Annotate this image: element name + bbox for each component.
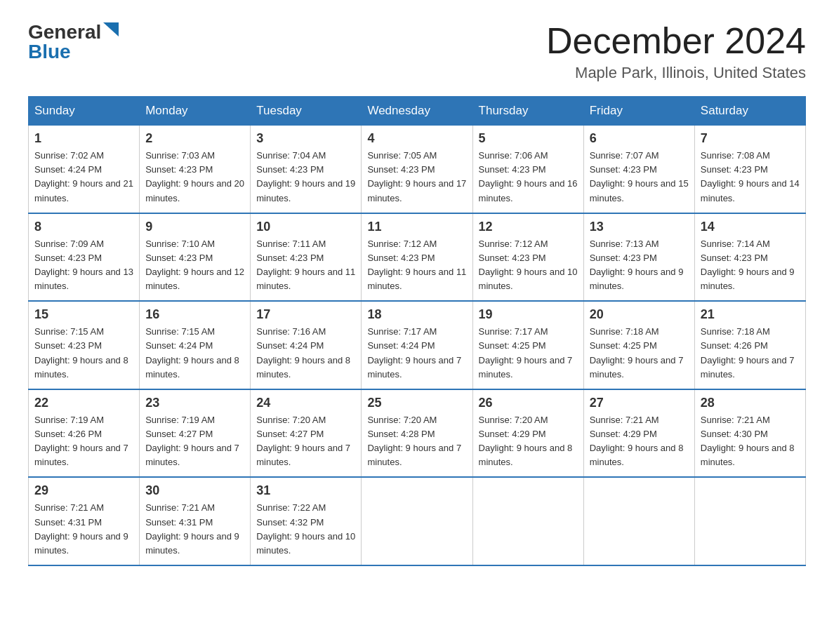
day-number: 4	[367, 131, 466, 146]
calendar-cell	[362, 477, 472, 565]
calendar-cell: 30 Sunrise: 7:21 AM Sunset: 4:31 PM Dayl…	[140, 477, 251, 565]
day-info: Sunrise: 7:14 AM Sunset: 4:23 PM Dayligh…	[701, 237, 800, 294]
calendar-cell: 2 Sunrise: 7:03 AM Sunset: 4:23 PM Dayli…	[140, 126, 251, 213]
day-number: 31	[256, 483, 355, 498]
day-info: Sunrise: 7:08 AM Sunset: 4:23 PM Dayligh…	[701, 149, 800, 206]
calendar-cell: 8 Sunrise: 7:09 AM Sunset: 4:23 PM Dayli…	[29, 213, 140, 302]
logo-triangle-icon	[103, 22, 119, 38]
calendar-cell: 15 Sunrise: 7:15 AM Sunset: 4:23 PM Dayl…	[29, 301, 140, 389]
day-info: Sunrise: 7:18 AM Sunset: 4:26 PM Dayligh…	[701, 325, 800, 382]
day-info: Sunrise: 7:20 AM Sunset: 4:29 PM Dayligh…	[479, 413, 578, 470]
day-info: Sunrise: 7:22 AM Sunset: 4:32 PM Dayligh…	[256, 501, 355, 558]
calendar-cell: 1 Sunrise: 7:02 AM Sunset: 4:24 PM Dayli…	[29, 126, 140, 213]
day-info: Sunrise: 7:19 AM Sunset: 4:27 PM Dayligh…	[145, 413, 244, 470]
title-block: December 2024 Maple Park, Illinois, Unit…	[546, 21, 806, 82]
day-info: Sunrise: 7:07 AM Sunset: 4:23 PM Dayligh…	[590, 149, 689, 206]
day-number: 16	[145, 307, 244, 322]
month-title: December 2024	[546, 21, 806, 61]
calendar-cell: 27 Sunrise: 7:21 AM Sunset: 4:29 PM Dayl…	[583, 389, 694, 478]
day-info: Sunrise: 7:17 AM Sunset: 4:24 PM Dayligh…	[367, 325, 466, 382]
day-info: Sunrise: 7:21 AM Sunset: 4:31 PM Dayligh…	[34, 501, 133, 558]
day-number: 17	[256, 307, 355, 322]
day-number: 26	[479, 396, 578, 410]
calendar-cell: 17 Sunrise: 7:16 AM Sunset: 4:24 PM Dayl…	[251, 301, 362, 389]
calendar-cell: 18 Sunrise: 7:17 AM Sunset: 4:24 PM Dayl…	[362, 301, 472, 389]
day-info: Sunrise: 7:04 AM Sunset: 4:23 PM Dayligh…	[256, 149, 355, 206]
day-number: 2	[145, 131, 244, 146]
logo-blue-text: Blue	[28, 41, 71, 63]
day-number: 15	[34, 307, 133, 322]
day-info: Sunrise: 7:09 AM Sunset: 4:23 PM Dayligh…	[34, 237, 133, 294]
calendar-cell: 24 Sunrise: 7:20 AM Sunset: 4:27 PM Dayl…	[251, 389, 362, 478]
calendar-week-5: 29 Sunrise: 7:21 AM Sunset: 4:31 PM Dayl…	[29, 477, 806, 565]
calendar-cell: 10 Sunrise: 7:11 AM Sunset: 4:23 PM Dayl…	[251, 213, 362, 302]
calendar-cell: 20 Sunrise: 7:18 AM Sunset: 4:25 PM Dayl…	[583, 301, 694, 389]
day-number: 29	[34, 483, 133, 498]
calendar-cell: 7 Sunrise: 7:08 AM Sunset: 4:23 PM Dayli…	[694, 126, 805, 213]
day-number: 5	[479, 131, 578, 146]
day-info: Sunrise: 7:15 AM Sunset: 4:24 PM Dayligh…	[145, 325, 244, 382]
calendar-week-2: 8 Sunrise: 7:09 AM Sunset: 4:23 PM Dayli…	[29, 213, 806, 302]
calendar-week-3: 15 Sunrise: 7:15 AM Sunset: 4:23 PM Dayl…	[29, 301, 806, 389]
calendar-cell: 3 Sunrise: 7:04 AM Sunset: 4:23 PM Dayli…	[251, 126, 362, 213]
day-info: Sunrise: 7:19 AM Sunset: 4:26 PM Dayligh…	[34, 413, 133, 470]
day-info: Sunrise: 7:02 AM Sunset: 4:24 PM Dayligh…	[34, 149, 133, 206]
day-number: 18	[367, 307, 466, 322]
day-info: Sunrise: 7:12 AM Sunset: 4:23 PM Dayligh…	[367, 237, 466, 294]
calendar-cell: 23 Sunrise: 7:19 AM Sunset: 4:27 PM Dayl…	[140, 389, 251, 478]
day-number: 14	[701, 220, 800, 234]
calendar-cell: 29 Sunrise: 7:21 AM Sunset: 4:31 PM Dayl…	[29, 477, 140, 565]
day-number: 23	[145, 396, 244, 410]
day-info: Sunrise: 7:15 AM Sunset: 4:23 PM Dayligh…	[34, 325, 133, 382]
svg-marker-0	[103, 22, 119, 36]
calendar-cell: 4 Sunrise: 7:05 AM Sunset: 4:23 PM Dayli…	[362, 126, 472, 213]
calendar-cell: 11 Sunrise: 7:12 AM Sunset: 4:23 PM Dayl…	[362, 213, 472, 302]
day-info: Sunrise: 7:18 AM Sunset: 4:25 PM Dayligh…	[590, 325, 689, 382]
day-number: 12	[479, 220, 578, 234]
calendar-cell: 12 Sunrise: 7:12 AM Sunset: 4:23 PM Dayl…	[472, 213, 583, 302]
calendar-cell	[472, 477, 583, 565]
calendar-cell: 26 Sunrise: 7:20 AM Sunset: 4:29 PM Dayl…	[472, 389, 583, 478]
calendar-cell: 9 Sunrise: 7:10 AM Sunset: 4:23 PM Dayli…	[140, 213, 251, 302]
day-info: Sunrise: 7:10 AM Sunset: 4:23 PM Dayligh…	[145, 237, 244, 294]
day-number: 27	[590, 396, 689, 410]
col-header-tuesday: Tuesday	[251, 97, 362, 126]
day-number: 13	[590, 220, 689, 234]
day-number: 3	[256, 131, 355, 146]
calendar-cell: 21 Sunrise: 7:18 AM Sunset: 4:26 PM Dayl…	[694, 301, 805, 389]
day-number: 11	[367, 220, 466, 234]
calendar-cell	[583, 477, 694, 565]
day-number: 25	[367, 396, 466, 410]
day-number: 21	[701, 307, 800, 322]
calendar-header: SundayMondayTuesdayWednesdayThursdayFrid…	[29, 97, 806, 126]
day-number: 30	[145, 483, 244, 498]
col-header-wednesday: Wednesday	[362, 97, 472, 126]
day-number: 19	[479, 307, 578, 322]
col-header-thursday: Thursday	[472, 97, 583, 126]
calendar-cell: 25 Sunrise: 7:20 AM Sunset: 4:28 PM Dayl…	[362, 389, 472, 478]
day-number: 6	[590, 131, 689, 146]
calendar-cell: 31 Sunrise: 7:22 AM Sunset: 4:32 PM Dayl…	[251, 477, 362, 565]
calendar-cell	[694, 477, 805, 565]
col-header-monday: Monday	[140, 97, 251, 126]
logo: General Blue	[28, 21, 119, 63]
col-header-saturday: Saturday	[694, 97, 805, 126]
day-number: 22	[34, 396, 133, 410]
calendar-cell: 22 Sunrise: 7:19 AM Sunset: 4:26 PM Dayl…	[29, 389, 140, 478]
day-info: Sunrise: 7:17 AM Sunset: 4:25 PM Dayligh…	[479, 325, 578, 382]
calendar-body: 1 Sunrise: 7:02 AM Sunset: 4:24 PM Dayli…	[29, 126, 806, 565]
day-info: Sunrise: 7:16 AM Sunset: 4:24 PM Dayligh…	[256, 325, 355, 382]
calendar-cell: 14 Sunrise: 7:14 AM Sunset: 4:23 PM Dayl…	[694, 213, 805, 302]
day-number: 8	[34, 220, 133, 234]
day-info: Sunrise: 7:05 AM Sunset: 4:23 PM Dayligh…	[367, 149, 466, 206]
calendar-cell: 6 Sunrise: 7:07 AM Sunset: 4:23 PM Dayli…	[583, 126, 694, 213]
calendar-cell: 16 Sunrise: 7:15 AM Sunset: 4:24 PM Dayl…	[140, 301, 251, 389]
calendar-cell: 13 Sunrise: 7:13 AM Sunset: 4:23 PM Dayl…	[583, 213, 694, 302]
day-info: Sunrise: 7:21 AM Sunset: 4:31 PM Dayligh…	[145, 501, 244, 558]
day-number: 24	[256, 396, 355, 410]
day-info: Sunrise: 7:03 AM Sunset: 4:23 PM Dayligh…	[145, 149, 244, 206]
day-number: 1	[34, 131, 133, 146]
calendar-week-4: 22 Sunrise: 7:19 AM Sunset: 4:26 PM Dayl…	[29, 389, 806, 478]
day-info: Sunrise: 7:21 AM Sunset: 4:29 PM Dayligh…	[590, 413, 689, 470]
day-info: Sunrise: 7:12 AM Sunset: 4:23 PM Dayligh…	[479, 237, 578, 294]
